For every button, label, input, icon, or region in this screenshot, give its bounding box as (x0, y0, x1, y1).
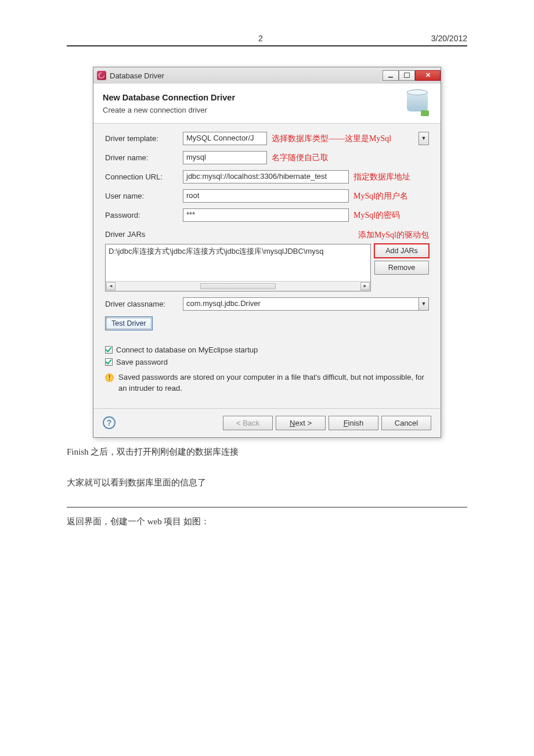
driver-jars-label: Driver JARs (105, 230, 145, 240)
driver-name-label: Driver name: (105, 153, 183, 162)
doc-line-1: Finish 之后，双击打开刚刚创建的数据库连接 (67, 445, 467, 460)
username-label: User name: (105, 192, 183, 200)
app-icon (97, 71, 106, 80)
chevron-down-icon[interactable]: ▼ (418, 132, 429, 145)
titlebar: Database Driver (93, 67, 441, 84)
remove-jar-button[interactable]: Remove (374, 261, 429, 275)
driver-jars-list[interactable]: D:\jdbc库连接方式\jdbc库连接方式\jdbc连接库\mysqlJDBC… (105, 244, 371, 291)
minimize-button[interactable] (383, 70, 399, 81)
next-button[interactable]: Next > (276, 416, 326, 430)
jar-path-item[interactable]: D:\jdbc库连接方式\jdbc库连接方式\jdbc连接库\mysqlJDBC… (109, 246, 367, 257)
scroll-left-icon[interactable]: ◄ (106, 282, 116, 290)
connection-url-label: Connection URL: (105, 172, 183, 181)
warning-icon (105, 373, 114, 382)
user-note: MySql的用户名 (353, 191, 408, 201)
banner: New Database Connection Driver Create a … (93, 84, 441, 124)
close-button[interactable] (415, 70, 441, 81)
page-number: 2 (258, 34, 263, 43)
chevron-down-icon[interactable]: ▼ (418, 297, 429, 311)
scroll-right-icon[interactable]: ► (360, 282, 370, 290)
connect-on-startup-checkbox[interactable] (105, 346, 113, 354)
password-input[interactable]: *** (183, 208, 349, 222)
save-password-checkbox[interactable] (105, 358, 113, 366)
window-title: Database Driver (110, 71, 383, 80)
pass-note: MySql的密码 (353, 210, 400, 221)
driver-template-label: Driver template: (105, 134, 183, 143)
page-date: 3/20/2012 (431, 34, 467, 43)
help-icon[interactable]: ? (103, 416, 116, 429)
database-icon (403, 91, 431, 116)
doc-line-3: 返回界面，创建一个 web 项目 如图： (67, 514, 467, 530)
driver-name-input[interactable]: mysql (183, 151, 267, 164)
test-driver-button[interactable]: Test Driver (105, 316, 153, 330)
jars-note: 添加MySql的驱动包 (358, 230, 429, 240)
maximize-button[interactable] (399, 70, 415, 81)
doc-line-2: 大家就可以看到数据库里面的信息了 (67, 476, 467, 491)
finish-button[interactable]: Finish (329, 416, 378, 430)
username-input[interactable]: root (183, 189, 349, 203)
back-button[interactable]: < Back (223, 416, 273, 430)
save-password-label: Save password (116, 358, 168, 366)
driver-classname-label: Driver classname: (105, 300, 183, 308)
divider (67, 507, 467, 507)
password-warning-text: Saved passwords are stored on your compu… (118, 372, 429, 394)
banner-subtitle: Create a new connection driver (103, 106, 235, 114)
password-label: Password: (105, 211, 183, 219)
url-note: 指定数据库地址 (353, 172, 410, 182)
template-note: 选择数据库类型——这里是MySql (272, 134, 391, 144)
add-jars-button[interactable]: Add JARs (374, 244, 429, 258)
name-note: 名字随便自己取 (272, 153, 329, 163)
driver-classname-combo[interactable]: com.mysql.jdbc.Driver (183, 297, 419, 311)
cancel-button[interactable]: Cancel (381, 416, 431, 430)
horizontal-scrollbar[interactable]: ◄ ► (106, 281, 370, 291)
connect-on-startup-label: Connect to database on MyEclipse startup (116, 345, 258, 354)
connection-url-input[interactable]: jdbc:mysql://localhost:3306/hibernate_te… (183, 170, 349, 183)
database-driver-dialog: Database Driver New Database Connection … (93, 67, 441, 438)
driver-template-combo[interactable]: MySQL Connector/J (183, 132, 267, 145)
banner-title: New Database Connection Driver (103, 93, 235, 102)
